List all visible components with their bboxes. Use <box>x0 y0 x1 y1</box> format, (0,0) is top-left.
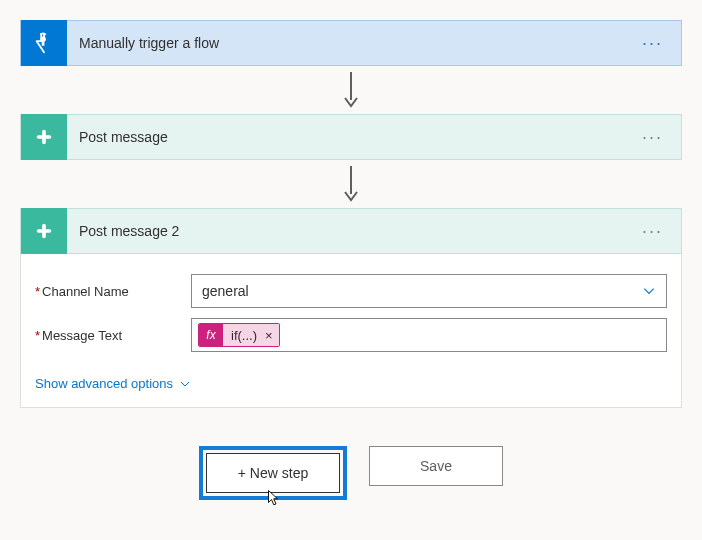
trigger-title: Manually trigger a flow <box>79 35 636 51</box>
connector-arrow-1 <box>20 66 682 114</box>
new-step-button[interactable]: + New step <box>206 453 340 493</box>
channel-name-value: general <box>202 283 249 299</box>
svg-rect-3 <box>42 130 46 145</box>
action1-card[interactable]: Post message ··· <box>20 114 682 160</box>
message-text-label: *Message Text <box>35 328 191 343</box>
connector-arrow-2 <box>20 160 682 208</box>
new-step-focus-ring: + New step <box>199 446 347 500</box>
trigger-menu-button[interactable]: ··· <box>636 29 669 58</box>
trigger-card[interactable]: Manually trigger a flow ··· <box>20 20 682 66</box>
chevron-down-icon <box>642 284 656 298</box>
save-button[interactable]: Save <box>369 446 503 486</box>
trigger-icon <box>21 20 67 66</box>
message-text-row: *Message Text fx if(...) × <box>35 318 667 352</box>
chevron-down-icon <box>179 378 191 390</box>
action1-title: Post message <box>79 129 636 145</box>
channel-name-select[interactable]: general <box>191 274 667 308</box>
show-advanced-options-link[interactable]: Show advanced options <box>35 376 191 391</box>
fx-icon: fx <box>199 324 223 346</box>
svg-rect-6 <box>42 224 46 239</box>
expression-token-label: if(...) <box>223 324 265 346</box>
channel-name-label: *Channel Name <box>35 284 191 299</box>
cursor-icon <box>264 488 282 508</box>
token-remove-button[interactable]: × <box>265 324 279 346</box>
expression-token[interactable]: fx if(...) × <box>198 323 280 347</box>
action1-menu-button[interactable]: ··· <box>636 123 669 152</box>
button-row: + New step Save <box>20 446 682 500</box>
action2-menu-button[interactable]: ··· <box>636 217 669 246</box>
channel-name-row: *Channel Name general <box>35 274 667 308</box>
action2-body: *Channel Name general *Message Text fx i… <box>20 254 682 408</box>
slack-icon <box>21 114 67 160</box>
action2-title: Post message 2 <box>79 223 636 239</box>
slack-icon <box>21 208 67 254</box>
message-text-input[interactable]: fx if(...) × <box>191 318 667 352</box>
action2-header[interactable]: Post message 2 ··· <box>20 208 682 254</box>
